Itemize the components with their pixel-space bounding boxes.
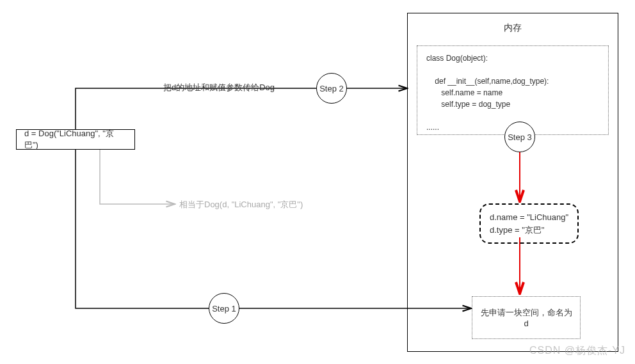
result-code: d.name = "LiChuang" d.type = "京巴" (490, 211, 568, 236)
step3-label: Step 3 (508, 132, 532, 142)
step2-label: Step 2 (319, 84, 344, 93)
instantiation-code: d = Dog("LiChuang", "京巴") (24, 128, 127, 151)
edge-label-step2: 把d的地址和赋值参数传给Dog (163, 82, 275, 93)
result-box: d.name = "LiChuang" d.type = "京巴" (479, 203, 579, 244)
class-code: class Dog(object): def __init__(self,nam… (426, 52, 599, 133)
allocate-space-text: 先申请一块空间，命名为d (481, 308, 572, 328)
memory-panel: 内存 class Dog(object): def __init__(self,… (407, 13, 618, 352)
step1-label: Step 1 (212, 304, 236, 313)
step3-circle: Step 3 (504, 122, 535, 152)
class-definition-box: class Dog(object): def __init__(self,nam… (417, 45, 609, 135)
step2-circle: Step 2 (316, 73, 347, 104)
allocate-space-box: 先申请一块空间，命名为d (472, 296, 581, 339)
memory-title: 内存 (408, 22, 618, 34)
edge-label-equivalent: 相当于Dog(d, "LiChuang", "京巴") (179, 199, 303, 210)
step1-circle: Step 1 (209, 293, 239, 324)
instantiation-box: d = Dog("LiChuang", "京巴") (16, 129, 135, 150)
